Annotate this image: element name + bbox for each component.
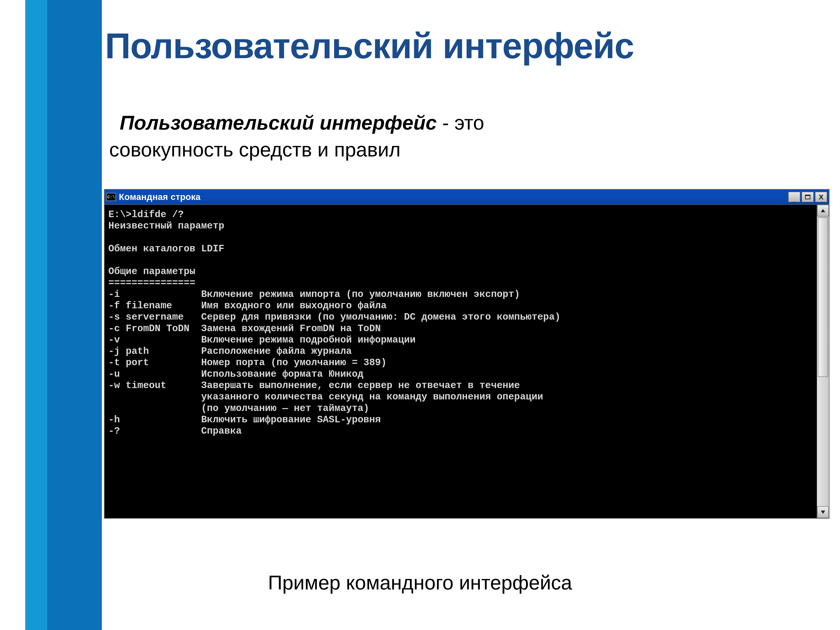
window-titlebar[interactable]: C:\ Командная строка _ X	[104, 189, 829, 204]
decor-stripe-light	[25, 0, 47, 630]
maximize-button[interactable]	[802, 192, 814, 202]
window-controls: _ X	[788, 192, 827, 202]
svg-marker-1	[821, 510, 825, 514]
chevron-up-icon	[820, 208, 826, 213]
close-button[interactable]: X	[815, 192, 827, 202]
minimize-button[interactable]: _	[788, 192, 800, 202]
cmd-icon: C:\	[106, 193, 116, 201]
minimize-icon: _	[792, 195, 796, 202]
vertical-scrollbar[interactable]	[817, 205, 829, 518]
svg-marker-0	[821, 209, 825, 212]
slide: Пользовательский интерфейс Пользовательс…	[0, 0, 840, 630]
scroll-up-button[interactable]	[817, 205, 829, 216]
definition-text: Пользовательский интерфейс - это совокуп…	[109, 109, 781, 163]
decor-stripe-dark	[47, 0, 102, 630]
console-body: E:\>ldifde /? Неизвестный параметр Обмен…	[104, 204, 829, 518]
scroll-down-button[interactable]	[817, 506, 829, 518]
slide-title: Пользовательский интерфейс	[105, 25, 634, 66]
maximize-icon	[805, 195, 810, 199]
cmd-icon-text: C:\	[107, 195, 115, 199]
scroll-track[interactable]	[817, 216, 829, 506]
console-output[interactable]: E:\>ldifde /? Неизвестный параметр Обмен…	[104, 205, 817, 518]
close-icon: X	[819, 193, 824, 201]
command-prompt-window: C:\ Командная строка _ X E:\>ldifde /? Н…	[104, 189, 829, 519]
window-title-text: Командная строка	[119, 192, 788, 202]
chevron-down-icon	[820, 510, 826, 515]
definition-line2: совокупность средств и правил	[109, 138, 401, 161]
definition-rest1: - это	[437, 112, 484, 134]
slide-caption: Пример командного интерфейса	[0, 571, 840, 594]
definition-term: Пользовательский интерфейс	[120, 112, 437, 134]
scroll-thumb[interactable]	[818, 217, 828, 377]
